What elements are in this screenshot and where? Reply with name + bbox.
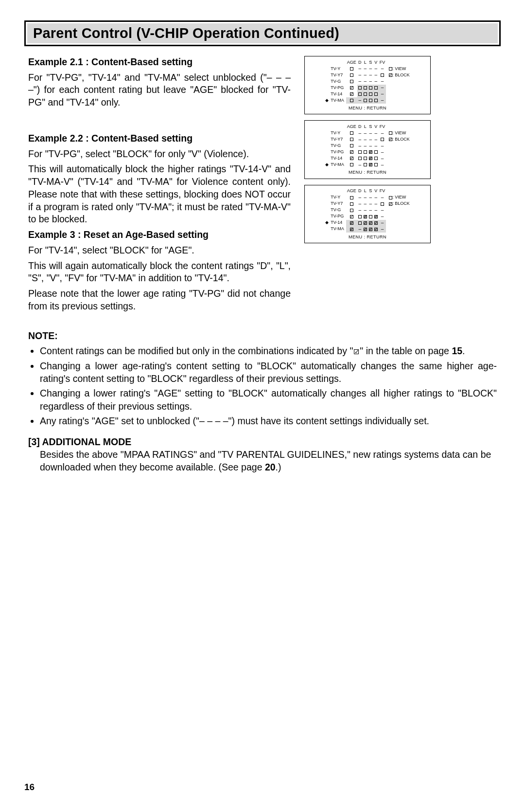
note-list: Content ratings can be modified but only… [28, 344, 497, 427]
example-1-body: For "TV-PG", "TV-14" and "TV-MA" select … [28, 72, 291, 109]
example-2-body1: For "TV-PG", select "BLOCK" for only "V"… [28, 148, 291, 161]
additional-mode: [3] ADDITIONAL MODE Besides the above "M… [28, 436, 497, 474]
note-item-2: Changing a lower age-rating's content se… [40, 360, 497, 385]
manual-page: Parent Control (V-CHIP Operation Continu… [0, 0, 525, 812]
example-3-title: Example 3 : Reset an Age-Based setting [28, 229, 291, 241]
title-frame: Parent Control (V-CHIP Operation Continu… [24, 20, 501, 46]
additional-body: Besides the above "MPAA RATINGS" and "TV… [28, 449, 497, 474]
page-number: 16 [24, 782, 35, 793]
example-3-body2: This will again automatically block the … [28, 260, 291, 285]
additional-heading: [3] ADDITIONAL MODE [28, 436, 497, 449]
right-column: AGEDLSVFVTV-Y–––––: VIEWTV-Y7––––: BLOCK… [304, 56, 431, 315]
note-label: NOTE: [28, 330, 497, 343]
note-item-1: Content ratings can be modified but only… [40, 344, 497, 357]
checkbox-icon [354, 349, 359, 354]
note-item-3: Changing a lower rating's "AGE" setting … [40, 387, 497, 413]
example-2-title: Example 2.2 : Content-Based setting [28, 132, 291, 145]
note-block: NOTE: Content ratings can be modified bu… [24, 330, 501, 474]
diagram-2: AGEDLSVFVTV-Y–––––: VIEWTV-Y7––––: BLOCK… [304, 120, 431, 179]
note-item-4: Any rating's "AGE" set to unblocked ("– … [40, 415, 497, 427]
example-2-body2: This will automatically block the higher… [28, 163, 291, 226]
diagram-3: AGEDLSVFVTV-Y–––––: VIEWTV-Y7––––: BLOCK… [304, 185, 431, 243]
example-1-title: Example 2.1 : Content-Based setting [28, 56, 291, 69]
page-title: Parent Control (V-CHIP Operation Continu… [27, 23, 498, 43]
diagram-1: AGEDLSVFVTV-Y–––––: VIEWTV-Y7––––: BLOCK… [304, 56, 431, 114]
example-3-body1: For "TV-14", select "BLOCK" for "AGE". [28, 244, 291, 257]
left-column: Example 2.1 : Content-Based setting For … [28, 56, 291, 315]
example-3-body3: Please note that the lower age rating "T… [28, 288, 291, 312]
content-columns: Example 2.1 : Content-Based setting For … [24, 56, 501, 315]
